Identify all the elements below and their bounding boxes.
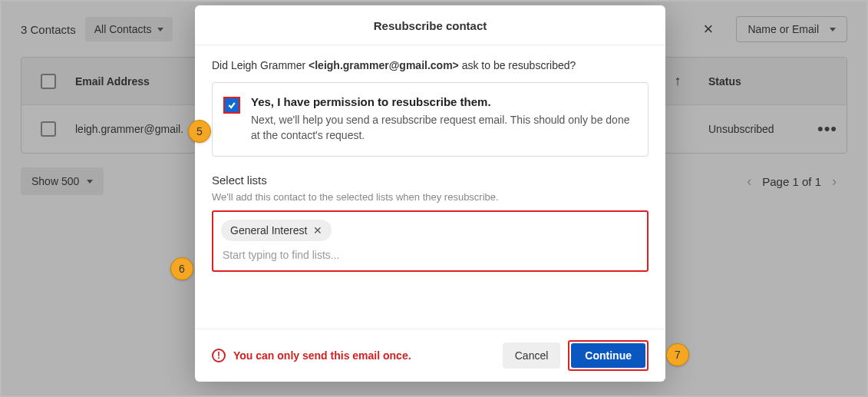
filter-dropdown[interactable]: All Contacts — [85, 17, 173, 41]
permission-checkbox[interactable] — [223, 97, 240, 114]
annotation-7: 7 — [666, 343, 689, 366]
contact-count: 3 Contacts — [21, 23, 76, 36]
row-checkbox[interactable] — [41, 121, 56, 137]
lists-search-input[interactable] — [221, 241, 639, 266]
filter-label: All Contacts — [94, 23, 152, 35]
next-page-icon[interactable]: › — [821, 174, 847, 190]
modal-title: Resubscribe contact — [195, 5, 665, 45]
resubscribe-question: Did Leigh Grammer <leigh.grammer@gmail.c… — [212, 59, 649, 71]
annotation-6: 6 — [170, 257, 193, 280]
warning-icon: ! — [212, 349, 226, 362]
name-email-dropdown[interactable]: Name or Email — [736, 16, 847, 42]
chip-remove-icon[interactable]: ✕ — [313, 224, 322, 237]
chevron-down-icon — [830, 28, 836, 31]
clear-search-icon[interactable]: × — [690, 19, 728, 39]
warning-text: You can only send this email once. — [233, 349, 411, 362]
chip-label: General Interest — [230, 224, 307, 237]
row-actions-icon[interactable]: ••• — [808, 119, 847, 139]
chevron-down-icon — [157, 28, 163, 31]
lists-multiselect[interactable]: General Interest ✕ — [212, 210, 649, 272]
consent-header: Yes, I have permission to resubscribe th… — [251, 95, 637, 108]
name-email-label: Name or Email — [748, 23, 819, 35]
page-size-dropdown[interactable]: Show 500 — [21, 167, 104, 195]
continue-button[interactable]: Continue — [571, 343, 645, 368]
status-badge: Unsubscribed — [693, 123, 808, 135]
list-chip: General Interest ✕ — [221, 220, 332, 241]
col-status[interactable]: Status — [693, 75, 808, 88]
consent-box: Yes, I have permission to resubscribe th… — [212, 82, 649, 157]
cancel-button[interactable]: Cancel — [503, 342, 561, 369]
resubscribe-modal: Resubscribe contact Did Leigh Grammer <l… — [195, 5, 665, 382]
select-lists-hint: We'll add this contact to the selected l… — [212, 191, 649, 203]
prev-page-icon[interactable]: ‹ — [736, 174, 762, 190]
select-all-checkbox[interactable] — [41, 74, 56, 89]
select-lists-label: Select lists — [212, 174, 649, 187]
consent-subtext: Next, we'll help you send a resubscribe … — [251, 112, 637, 144]
chevron-down-icon — [87, 180, 93, 184]
modal-footer: ! You can only send this email once. Can… — [195, 329, 665, 382]
sort-arrow-icon[interactable]: ↑ — [662, 73, 693, 89]
checkmark-icon — [225, 98, 239, 112]
page-size-label: Show 500 — [31, 175, 79, 187]
page-indicator: Page 1 of 1 — [762, 175, 821, 188]
annotation-5: 5 — [188, 120, 211, 143]
